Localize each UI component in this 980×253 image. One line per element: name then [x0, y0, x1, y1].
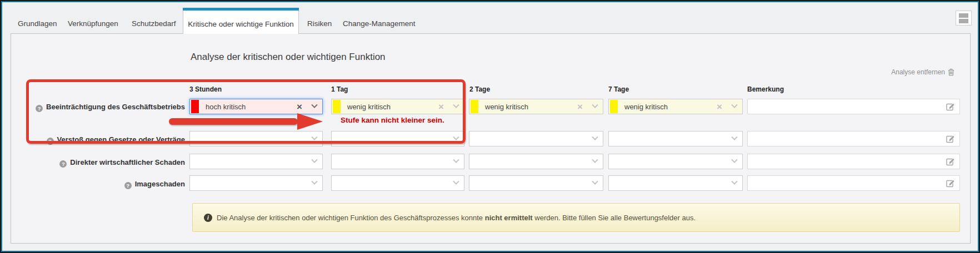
bemerkung-field-row3: [747, 154, 960, 169]
select-value: wenig kritisch: [485, 103, 577, 111]
criticality-swatch-yellow: [471, 100, 478, 113]
clear-icon[interactable]: ×: [438, 102, 444, 112]
help-icon[interactable]: ?: [59, 160, 67, 168]
chevron-down-icon: [453, 134, 459, 140]
help-icon[interactable]: ?: [47, 138, 54, 145]
criticality-swatch-yellow: [333, 100, 341, 113]
select-3-stunden[interactable]: hoch kritisch ×: [189, 99, 323, 114]
bemerkung-field-row4: [747, 175, 960, 191]
bemerkung-field-row2: [747, 131, 960, 146]
select-1-tag[interactable]: [331, 175, 464, 191]
bemerkung-field-row1: [747, 99, 960, 114]
chevron-down-icon: [311, 134, 317, 140]
select-7-tage[interactable]: [608, 131, 743, 146]
help-icon[interactable]: ?: [36, 105, 43, 112]
row-label-beeintraechtigung: ?Beeinträchtigung des Geschäftsbetriebs: [24, 103, 185, 112]
column-header-2-tage: 2 Tage: [469, 85, 490, 93]
clear-icon[interactable]: ×: [297, 102, 302, 112]
select-2-tage[interactable]: wenig kritisch ×: [469, 99, 603, 114]
select-2-tage[interactable]: [469, 175, 603, 191]
chevron-down-icon: [592, 179, 598, 185]
column-header-7-tage: 7 Tage: [608, 85, 629, 93]
select-7-tage[interactable]: wenig kritisch ×: [608, 99, 743, 114]
select-1-tag[interactable]: wenig kritisch ×: [331, 99, 464, 114]
column-header-1-tag: 1 Tag: [331, 85, 348, 93]
chevron-down-icon: [453, 179, 459, 185]
bemerkung-input[interactable]: [748, 99, 959, 114]
select-3-stunden[interactable]: [189, 175, 323, 191]
select-3-stunden[interactable]: [189, 154, 323, 169]
edit-icon[interactable]: [946, 179, 956, 188]
select-3-stunden[interactable]: [189, 131, 323, 146]
edit-icon[interactable]: [946, 157, 956, 166]
select-7-tage[interactable]: [608, 154, 743, 169]
tab-kritische-funktion[interactable]: Kritische oder wichtige Funktion: [183, 8, 299, 34]
column-header-bemerkung: Bemerkung: [747, 85, 784, 93]
row-label-direkter-schaden: ?Direkter wirtschaftlicher Schaden: [24, 158, 185, 168]
bemerkung-input[interactable]: [748, 176, 959, 190]
remove-analysis-link[interactable]: Analyse entfernen: [891, 68, 954, 76]
analysis-panel: Analyse der kritischen oder wichtigen Fu…: [11, 33, 971, 244]
chevron-down-icon: [592, 102, 598, 108]
help-icon[interactable]: ?: [124, 182, 132, 189]
list-view-icon: [959, 13, 968, 18]
select-7-tage[interactable]: [608, 175, 743, 191]
chevron-down-icon: [731, 134, 737, 140]
criticality-swatch-yellow: [610, 100, 618, 113]
info-message-box: i Die Analyse der kritischen oder wichti…: [192, 203, 960, 232]
tab-risiken[interactable]: Risiken: [307, 19, 332, 28]
clear-icon[interactable]: ×: [577, 102, 583, 112]
application-window: Grundlagen Verknüpfungen Schutzbedarf Kr…: [0, 0, 980, 253]
chevron-down-icon: [311, 102, 317, 108]
row-label-verstoss: ?Verstoß gegen Gesetze oder Verträge: [24, 135, 185, 145]
criticality-swatch-red: [191, 100, 199, 113]
row-label-imageschaden: ?Imageschaden: [24, 180, 185, 189]
info-icon: i: [204, 214, 212, 222]
active-tab-label: Kritische oder wichtige Funktion: [183, 20, 298, 28]
bemerkung-input[interactable]: [748, 131, 959, 146]
chevron-down-icon: [311, 179, 317, 185]
select-1-tag[interactable]: [331, 131, 464, 146]
chevron-down-icon: [311, 157, 317, 163]
chevron-down-icon: [453, 102, 459, 108]
list-view-icon: [959, 19, 968, 23]
edit-icon[interactable]: [946, 134, 956, 144]
bemerkung-input[interactable]: [748, 154, 959, 169]
column-header-3-stunden: 3 Stunden: [189, 85, 222, 93]
chevron-down-icon: [731, 157, 737, 163]
chevron-down-icon: [592, 134, 598, 140]
select-value: wenig kritisch: [347, 103, 438, 111]
chevron-down-icon: [453, 157, 459, 163]
select-1-tag[interactable]: [331, 154, 464, 169]
select-2-tage[interactable]: [469, 154, 603, 169]
select-2-tage[interactable]: [469, 131, 603, 146]
select-value: hoch kritisch: [206, 103, 297, 111]
chevron-down-icon: [592, 157, 598, 163]
trash-icon: [948, 68, 954, 76]
tab-schutzbedarf[interactable]: Schutzbedarf: [132, 19, 176, 28]
tab-grundlagen[interactable]: Grundlagen: [18, 19, 57, 28]
chevron-down-icon: [731, 179, 737, 185]
edit-icon[interactable]: [946, 102, 956, 112]
validation-error-text: Stufe kann nicht kleiner sein.: [341, 116, 444, 124]
info-message-text: Die Analyse der kritischen oder wichtige…: [217, 214, 696, 222]
clear-icon[interactable]: ×: [717, 102, 722, 112]
chevron-down-icon: [731, 102, 737, 108]
tab-change-management[interactable]: Change-Management: [343, 19, 416, 28]
list-view-toggle-button[interactable]: [956, 11, 972, 26]
select-value: wenig kritisch: [624, 103, 717, 111]
tab-verknuepfungen[interactable]: Verknüpfungen: [68, 19, 118, 28]
active-tab-accent-bar: [183, 8, 299, 11]
page-title: Analyse der kritischen oder wichtigen Fu…: [191, 52, 386, 63]
remove-analysis-label: Analyse entfernen: [891, 68, 945, 76]
